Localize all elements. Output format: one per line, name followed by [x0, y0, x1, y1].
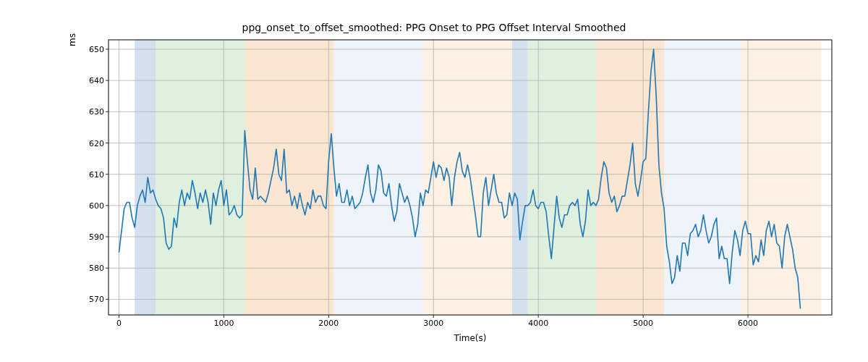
y-tick: 570	[75, 295, 104, 304]
x-tick: 2000	[318, 319, 339, 328]
svg-rect-7	[596, 40, 664, 315]
x-tick: 4000	[528, 319, 548, 328]
svg-rect-1	[156, 40, 244, 315]
plot-svg	[109, 40, 832, 315]
x-axis-label: Time(s)	[109, 333, 832, 343]
y-tick: 620	[75, 138, 104, 148]
plot-area	[109, 40, 832, 315]
y-tick: 650	[75, 44, 104, 54]
y-tick: 580	[75, 264, 104, 273]
x-tick: 5000	[633, 319, 653, 328]
x-tick: 3000	[423, 319, 443, 328]
x-tick: 1000	[213, 319, 234, 328]
y-tick: 600	[75, 201, 104, 210]
svg-rect-5	[512, 40, 528, 315]
y-tick: 610	[75, 169, 104, 179]
chart-title: ppg_onset_to_offset_smoothed: PPG Onset …	[0, 22, 868, 33]
y-tick: 590	[75, 232, 104, 242]
figure: ppg_onset_to_offset_smoothed: PPG Onset …	[0, 0, 868, 362]
y-tick: 640	[75, 76, 104, 85]
svg-rect-9	[741, 40, 822, 315]
svg-rect-3	[334, 40, 423, 315]
x-tick: 0	[116, 319, 122, 328]
svg-rect-0	[135, 40, 156, 315]
x-tick: 6000	[738, 319, 758, 328]
y-axis-label: ms	[67, 0, 77, 177]
svg-rect-2	[244, 40, 333, 315]
y-tick: 630	[75, 107, 104, 117]
